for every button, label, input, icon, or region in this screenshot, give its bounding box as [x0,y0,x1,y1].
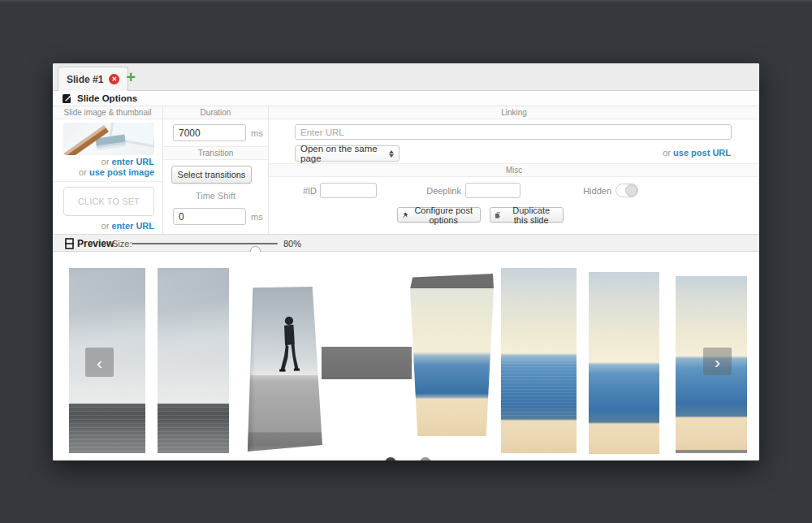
time-shift-unit: ms [251,212,263,222]
transition-slice-grey-2 [158,268,229,453]
use-post-image-line: or use post image [79,167,154,177]
linking-header: Linking [269,106,759,119]
pager-dot-1[interactable] [385,457,396,460]
slide-options-header: Slide Options [53,91,759,106]
time-shift-input[interactable] [173,208,246,225]
add-slide-button[interactable]: + [121,67,140,88]
slide-options-grid: Slide image & thumbnail or enter URL or … [53,106,759,234]
preview-toolbar: Preview Size: 80% [53,234,759,252]
or-prefix: or [663,148,673,158]
or-prefix: or [79,167,89,177]
slide-image-thumbnail[interactable] [63,123,154,155]
use-post-url-link[interactable]: use post URL [673,148,731,158]
hidden-toggle[interactable] [615,184,638,197]
thumbnail-click-to-set[interactable]: CLICK TO SET [63,187,154,216]
deeplink-input[interactable] [465,183,520,198]
pushpin-icon [403,211,408,219]
misc-header: Misc [269,163,759,177]
enter-url-link-2[interactable]: enter URL [111,221,154,231]
businessman-figure [275,316,300,378]
or-prefix: or [102,221,112,231]
link-target-select[interactable]: Open on the same page [295,145,400,162]
column-slide-image: Slide image & thumbnail or enter URL or … [53,106,162,235]
transition-header: Transition [163,146,268,160]
duration-unit: ms [251,128,263,138]
use-post-image-link[interactable]: use post image [89,167,154,177]
select-transitions-button[interactable]: Select transitions [171,166,252,184]
transition-cube-side [322,347,412,379]
top-edge-highlight [0,0,812,2]
duplicate-slide-button[interactable]: Duplicate this slide [490,207,564,223]
next-slide-arrow[interactable]: › [703,348,732,375]
transition-slice-beach-2 [589,272,659,454]
close-slide-icon[interactable]: ✕ [109,74,119,84]
transition-slice-businessman [246,287,322,452]
transition-slice-beach-1 [501,268,577,453]
id-label: #ID [269,186,317,196]
time-shift-label: Time Shift [163,191,268,201]
slide-tab-bar: Slide #1 ✕ + [53,63,759,91]
preview-size-label: Size: [112,239,132,249]
duplicate-slide-label: Duplicate this slide [504,205,558,225]
id-input[interactable] [320,183,377,198]
preview-size-value: 80% [283,239,301,249]
pager-dot-2[interactable] [420,457,431,460]
duration-input[interactable] [173,124,246,141]
duration-header: Duration [163,106,268,119]
use-post-url-line: or use post URL [663,148,731,158]
hidden-label: Hidden [537,186,611,196]
prev-slide-arrow[interactable]: ‹ [85,348,114,377]
configure-post-options-button[interactable]: Configure post options [397,207,481,223]
enter-url-line-2: or enter URL [102,221,154,231]
enter-url-link[interactable]: enter URL [111,157,154,166]
link-target-value: Open on the same page [300,144,389,163]
link-url-input[interactable] [295,124,732,140]
enter-url-line: or enter URL [102,157,154,166]
divider [53,181,162,182]
film-frame-icon [65,238,74,249]
column-linking-misc: Linking Open on the same page or use pos… [268,106,759,235]
transition-cube-top [410,274,494,289]
column-timing: Duration ms Transition Select transition… [162,106,268,235]
slide-options-title: Slide Options [77,93,137,103]
hidden-toggle-knob [625,184,637,197]
slider-editor-panel: Slide #1 ✕ + Slide Options Slide image &… [53,63,759,460]
deeplink-label: Deeplink [382,186,461,196]
slider-preview-canvas: ‹ › [53,252,759,460]
preview-size-slider-track[interactable] [132,243,278,244]
copy-icon [495,211,500,219]
preview-title: Preview [77,238,114,249]
select-arrows-icon [389,150,394,158]
or-prefix: or [102,157,112,166]
edit-icon [63,93,72,103]
transition-slice-beach-cube [410,288,494,436]
tab-slide-1-label: Slide #1 [67,74,103,85]
slide-image-header: Slide image & thumbnail [53,106,162,119]
configure-post-options-label: Configure post options [412,205,475,225]
tab-slide-1[interactable]: Slide #1 ✕ [58,67,128,91]
screen: Slide #1 ✕ + Slide Options Slide image &… [0,0,812,523]
